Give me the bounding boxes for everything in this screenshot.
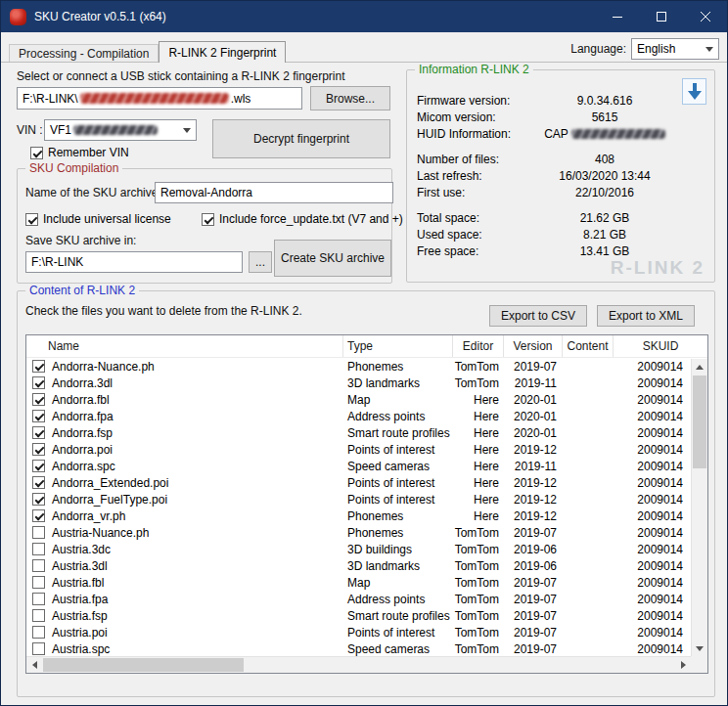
file-editor: TomTom (453, 360, 504, 374)
file-name-cell: Austria.fpa (26, 593, 343, 606)
tab-processing-compilation[interactable]: Processing - Compilation (9, 44, 159, 62)
browse-button[interactable]: Browse... (310, 86, 390, 110)
export-csv-button[interactable]: Export to CSV (489, 305, 587, 327)
row-checkbox[interactable] (32, 509, 45, 522)
row-checkbox[interactable] (32, 410, 45, 422)
table-row[interactable]: Austria.fspSmart route profilesTomTom201… (26, 607, 691, 624)
table-row[interactable]: Austria.3dc3D buildingsTomTom2019-062009… (26, 541, 691, 557)
row-checkbox[interactable] (32, 493, 45, 506)
minimize-icon[interactable] (595, 1, 639, 32)
table-row[interactable]: Andorra.spcSpeed camerasHere2019-1120090… (26, 458, 691, 474)
column-header-type[interactable]: Type (343, 335, 453, 357)
universal-license-checkbox[interactable]: Include universal license (25, 212, 171, 226)
file-version: 2019-07 (504, 642, 563, 656)
row-checkbox[interactable] (32, 593, 45, 605)
column-header-version[interactable]: Version (504, 335, 563, 357)
info-row: Last refresh:16/03/2020 13:44 (417, 167, 705, 184)
row-checkbox[interactable] (32, 426, 45, 439)
row-checkbox[interactable] (32, 559, 45, 572)
row-checkbox[interactable] (32, 576, 45, 589)
info-label: Micom version: (417, 110, 542, 124)
table-row[interactable]: Austria.fpaAddress pointsTomTom2019-0720… (26, 591, 691, 607)
horizontal-scrollbar-thumb[interactable] (43, 658, 244, 672)
table-row[interactable]: Austria.poiPoints of interestTomTom2019-… (26, 624, 691, 640)
path-suffix: .wls (231, 92, 251, 106)
column-header-editor[interactable]: Editor (453, 335, 504, 357)
file-version: 2019-07 (504, 609, 563, 623)
file-version: 2019-06 (504, 559, 563, 573)
file-type: Points of interest (343, 493, 453, 507)
vin-select[interactable]: VF1 (44, 119, 197, 141)
row-checkbox[interactable] (32, 543, 45, 555)
export-xml-button[interactable]: Export to XML (597, 305, 695, 327)
decrypt-fingerprint-button[interactable]: Decrypt fingerprint (212, 119, 390, 158)
info-value: 13.41 GB (542, 244, 667, 258)
table-row[interactable]: Andorra.fspSmart route profilesHere2020-… (26, 424, 691, 441)
table-row[interactable]: Austria.fblMapTomTom2019-072009014 (26, 574, 691, 591)
table-row[interactable]: Andorra.3dl3D landmarksTomTom2019-112009… (26, 375, 691, 391)
info-label: Free space: (417, 244, 542, 258)
file-name-cell: Andorra.3dl (26, 376, 343, 390)
row-checkbox[interactable] (32, 393, 45, 406)
remember-vin-label: Remember VIN (48, 146, 129, 159)
file-name: Austria.spc (52, 642, 110, 656)
info-value: 16/03/2020 13:44 (542, 169, 667, 183)
info-value: 22/10/2016 (542, 186, 667, 199)
file-version: 2019-07 (504, 626, 563, 640)
scroll-right-icon[interactable] (675, 657, 691, 673)
scroll-up-icon[interactable] (692, 359, 707, 375)
table-row[interactable]: Andorra_Extended.poiPoints of interestHe… (26, 474, 691, 491)
vertical-scrollbar[interactable] (691, 359, 707, 656)
close-icon[interactable] (683, 1, 727, 32)
row-checkbox[interactable] (32, 626, 45, 639)
info-row: Total space:21.62 GB (417, 209, 705, 226)
tab-rlink2-fingerprint[interactable]: R-LINK 2 Fingerprint (159, 41, 286, 63)
remember-vin-checkbox[interactable]: Remember VIN (30, 146, 129, 159)
file-name: Andorra.3dl (52, 376, 113, 390)
language-select[interactable]: English (631, 38, 719, 60)
file-skuid: 2009014 (614, 493, 691, 507)
row-checkbox[interactable] (32, 476, 45, 489)
fingerprint-path-input[interactable]: F:\R-LINK\ .wls (17, 87, 302, 110)
file-skuid: 2009014 (614, 559, 691, 573)
tab-strip: Processing - Compilation R-LINK 2 Finger… (9, 41, 286, 63)
row-checkbox[interactable] (32, 443, 45, 456)
scroll-left-icon[interactable] (26, 657, 42, 673)
table-row[interactable]: Austria.3dl3D landmarksTomTom2019-062009… (26, 557, 691, 574)
save-location-input[interactable]: F:\R-LINK (25, 251, 243, 273)
table-row[interactable]: Andorra.fblMapHere2020-012009014 (26, 391, 691, 408)
table-row[interactable]: Andorra.fpaAddress pointsHere2020-012009… (26, 408, 691, 424)
content-instruction: Check the files you want to delete from … (25, 304, 302, 318)
file-type: Smart route profiles (343, 609, 453, 623)
file-skuid: 2009014 (614, 393, 691, 407)
archive-name-input[interactable]: Removal-Andorra (155, 182, 393, 203)
row-checkbox[interactable] (32, 642, 45, 655)
create-sku-archive-button[interactable]: Create SKU archive (274, 240, 391, 277)
horizontal-scrollbar[interactable] (26, 656, 691, 673)
table-row[interactable]: Andorra-Nuance.phPhonemesTomTom2019-0720… (26, 358, 691, 375)
row-checkbox[interactable] (32, 376, 45, 389)
browse-folder-button[interactable]: ... (249, 251, 272, 273)
row-checkbox[interactable] (32, 609, 45, 622)
file-editor: TomTom (453, 576, 504, 590)
column-header-skuid[interactable]: SKUID (614, 335, 707, 357)
column-header-name[interactable]: Name (26, 335, 343, 357)
file-name-cell: Andorra.fpa (26, 410, 343, 423)
row-checkbox[interactable] (32, 460, 45, 472)
table-row[interactable]: Austria.spcSpeed camerasTomTom2019-07200… (26, 640, 691, 657)
row-checkbox[interactable] (32, 526, 45, 539)
file-editor: Here (453, 476, 504, 490)
table-row[interactable]: Andorra_FuelType.poiPoints of interestHe… (26, 491, 691, 507)
file-editor: TomTom (453, 559, 504, 573)
table-row[interactable]: Andorra.poiPoints of interestHere2019-12… (26, 441, 691, 458)
info-value: CAP (542, 127, 667, 141)
vertical-scrollbar-thumb[interactable] (693, 375, 706, 468)
content-group: Content of R-LINK 2 Check the files you … (17, 290, 715, 697)
column-header-content[interactable]: Content (563, 335, 614, 357)
maximize-icon[interactable] (639, 1, 683, 32)
table-row[interactable]: Austria-Nuance.phPhonemesTomTom2019-0720… (26, 524, 691, 541)
force-update-checkbox[interactable]: Include force_update.txt (V7 and +) (202, 212, 403, 226)
scroll-down-icon[interactable] (692, 640, 707, 656)
table-row[interactable]: Andorra_vr.phPhonemesHere2019-122009014 (26, 507, 691, 524)
row-checkbox[interactable] (32, 360, 45, 373)
